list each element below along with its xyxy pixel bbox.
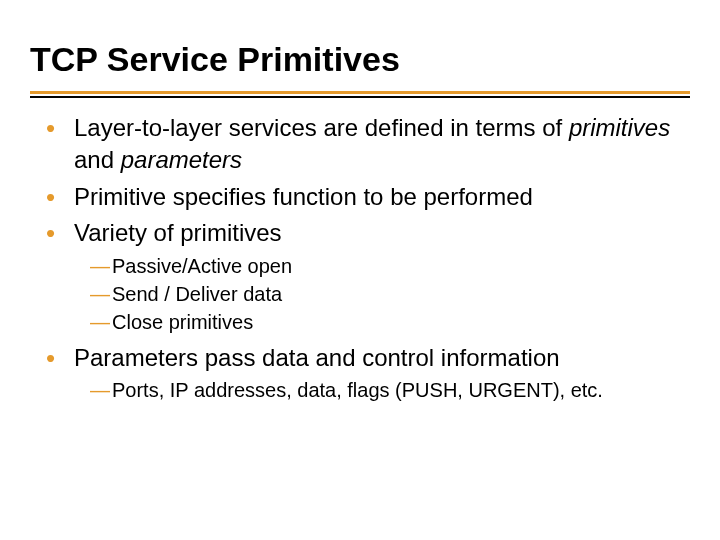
sub-bullet-text: Close primitives	[112, 311, 253, 333]
sub-bullet-item: Passive/Active open	[90, 252, 690, 280]
sub-bullet-text: Ports, IP addresses, data, flags (PUSH, …	[112, 379, 603, 401]
bullet-text: Parameters pass data and control informa…	[74, 344, 560, 371]
bullet-item: Variety of primitives Passive/Active ope…	[46, 217, 690, 335]
bullet-list: Layer-to-layer services are defined in t…	[30, 112, 690, 404]
sub-bullet-text: Passive/Active open	[112, 255, 292, 277]
sub-bullet-item: Close primitives	[90, 308, 690, 336]
slide: TCP Service Primitives Layer-to-layer se…	[0, 0, 720, 540]
sub-bullet-item: Send / Deliver data	[90, 280, 690, 308]
sub-bullet-list: Passive/Active open Send / Deliver data …	[74, 252, 690, 336]
bullet-text: Layer-to-layer services are defined in t…	[74, 114, 569, 141]
sub-bullet-list: Ports, IP addresses, data, flags (PUSH, …	[74, 376, 690, 404]
title-rule-accent	[30, 91, 690, 94]
slide-title: TCP Service Primitives	[30, 40, 690, 85]
sub-bullet-text: Send / Deliver data	[112, 283, 282, 305]
bullet-text-italic: parameters	[121, 146, 242, 173]
bullet-text-italic: primitives	[569, 114, 670, 141]
bullet-item: Parameters pass data and control informa…	[46, 342, 690, 404]
title-rule	[30, 91, 690, 98]
bullet-text: and	[74, 146, 121, 173]
bullet-item: Primitive specifies function to be perfo…	[46, 181, 690, 213]
bullet-item: Layer-to-layer services are defined in t…	[46, 112, 690, 177]
bullet-text: Variety of primitives	[74, 219, 282, 246]
bullet-text: Primitive specifies function to be perfo…	[74, 183, 533, 210]
sub-bullet-item: Ports, IP addresses, data, flags (PUSH, …	[90, 376, 690, 404]
